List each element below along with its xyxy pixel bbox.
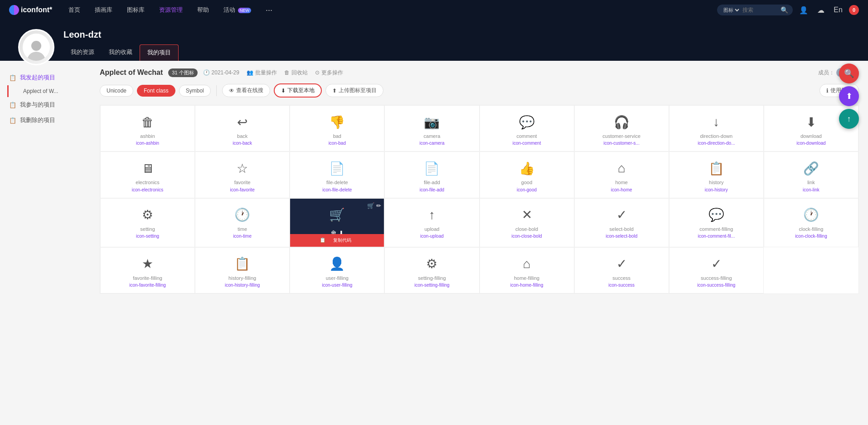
icon-name: file-add [424, 179, 440, 186]
icon-class: icon-close-bold [511, 234, 542, 239]
icon-cell-file-add[interactable]: 📄 file-add icon-file-add [384, 151, 479, 198]
icon-cell-time[interactable]: 🕐 time icon-time [195, 198, 290, 247]
icon-cell-ashbin[interactable]: 🗑 ashbin icon-ashbin [100, 105, 195, 151]
sidebar-my-projects[interactable]: 📋 我发起的项目 [0, 70, 91, 85]
logo-icon [9, 5, 19, 15]
icon-cell-customer-service[interactable]: 🎧 customer-service icon-customer-s... [574, 105, 669, 151]
cart-overlay-icon[interactable]: 🛒 [367, 202, 374, 209]
icon-class: icon-ashbin [136, 141, 159, 146]
icon-cell-camera[interactable]: 📷 camera icon-camera [384, 105, 479, 151]
icon-cell-history[interactable]: 📋 history icon-history [669, 151, 764, 198]
copy-code-overlay[interactable]: 📋 复制代码 [290, 234, 384, 247]
icon-cell-file-delete[interactable]: 📄 file-delete icon-file-delete [290, 151, 384, 198]
nav-activity[interactable]: 活动 NEW [221, 4, 254, 16]
nav-home[interactable]: 首页 [66, 4, 83, 16]
icon-cell-setting-filling[interactable]: ⚙ setting-filling icon-setting-filling [384, 247, 479, 293]
icon-name: direction-down [700, 133, 733, 140]
nav-more[interactable]: ··· [263, 4, 275, 17]
user-profile-icon[interactable]: 👤 [797, 4, 810, 16]
symbol-tab[interactable]: Symbol [179, 85, 211, 97]
tab-my-resources[interactable]: 我的资源 [63, 44, 102, 61]
icon-class: icon-back [233, 141, 252, 146]
recycle-btn[interactable]: 🗑 回收站 [284, 69, 308, 77]
icon-cell-shopping-cart[interactable]: 🛒 ✏ 🛒 🗑 ⬇ 📋 复制代码 [290, 198, 384, 247]
icon-cell-good[interactable]: 👍 good icon-good [480, 151, 574, 198]
recycle-icon: 🗑 [284, 69, 290, 76]
icon-cell-history-filling[interactable]: 📋 history-filling icon-history-filling [195, 247, 290, 293]
icon-cell-success-filling[interactable]: ✓ success-filling icon-success-filling [669, 247, 764, 293]
icon-class: icon-direction-do... [698, 141, 735, 146]
icon-count: 31 个图标 [168, 68, 197, 77]
icon-symbol: ☆ [235, 161, 250, 176]
icon-cell-home-filling[interactable]: ⌂ home-filling icon-home-filling [480, 247, 574, 293]
icon-symbol: 📄 [425, 161, 439, 176]
sidebar-project-applect[interactable]: Applect of W... [7, 85, 91, 97]
copy-code-btn[interactable]: 复制代码 [330, 236, 355, 245]
nav-icon-library[interactable]: 图标库 [124, 4, 147, 16]
icon-name: electronics [136, 179, 160, 186]
icon-cell-back[interactable]: ↩ back icon-back [195, 105, 290, 151]
cart-button[interactable]: 0 [849, 5, 859, 15]
nav-illustration[interactable]: 插画库 [92, 4, 115, 16]
search-box[interactable]: 图标 🔍 [717, 5, 793, 15]
icon-cell-home[interactable]: ⌂ home icon-home [574, 151, 669, 198]
project-title: Applect of Wechat [100, 68, 163, 77]
upload-to-project-btn[interactable]: ⬆ 上传图标至项目 [325, 84, 383, 97]
icon-class: icon-clock-filling [795, 234, 827, 239]
icon-cell-select-bold[interactable]: ✓ select-bold icon-select-bold [574, 198, 669, 247]
nav-resource-mgmt[interactable]: 资源管理 [156, 4, 185, 16]
info-icon: ℹ [826, 88, 829, 94]
icon-cell-close-bold[interactable]: ✕ close-bold icon-close-bold [480, 198, 574, 247]
icon-symbol: ★ [141, 257, 155, 271]
search-type-select[interactable]: 图标 [722, 7, 741, 13]
download-local-btn[interactable]: ⬇ 下载至本地 [274, 83, 322, 98]
icon-symbol: 💬 [709, 208, 723, 222]
tab-my-projects[interactable]: 我的项目 [140, 44, 179, 61]
icon-symbol: ⌂ [519, 257, 534, 271]
icon-cell-direction-down[interactable]: ↓ direction-down icon-direction-do... [669, 105, 764, 151]
batch-ops-btn[interactable]: 👥 批量操作 [247, 69, 277, 77]
icon-name: customer-service [602, 133, 640, 140]
icon-class: icon-upload [420, 234, 444, 239]
icon-symbol: ✓ [614, 208, 629, 222]
icon-name: time [238, 226, 247, 233]
fab-scroll-top[interactable]: ↑ [839, 109, 859, 129]
icon-cell-setting[interactable]: ⚙ setting icon-setting [100, 198, 195, 247]
upload-icon[interactable]: ☁ [815, 4, 827, 16]
batch-icon: 👥 [247, 69, 253, 76]
icon-cell-success[interactable]: ✓ success icon-success [574, 247, 669, 293]
icon-cell-user-filling[interactable]: 👤 user-filling icon-user-filling [290, 247, 384, 293]
icon-cell-favorite[interactable]: ☆ favorite icon-favorite [195, 151, 290, 198]
main-wrapper: 📋 我发起的项目 Applect of W... 📋 我参与的项目 📋 我删除的… [0, 61, 868, 422]
icon-cell-electronics[interactable]: 🖥 electronics icon-electronics [100, 151, 195, 198]
icon-cell-link[interactable]: 🔗 link icon-link [764, 151, 858, 198]
icon-cell-upload[interactable]: ↑ upload icon-upload [384, 198, 479, 247]
profile-info: Leon-dzt 我的资源 我的收藏 我的项目 [63, 29, 850, 61]
fab-search[interactable]: 🔍 [839, 64, 859, 83]
icon-cell-favorite-filling[interactable]: ★ favorite-filling icon-favorite-filling [100, 247, 195, 293]
icon-symbol: ⚙ [141, 208, 155, 222]
more-ops-btn[interactable]: ⊙ 更多操作 [315, 69, 343, 77]
unicode-tab[interactable]: Unicode [100, 85, 133, 97]
nav-right: 图标 🔍 👤 ☁ En 0 [717, 4, 859, 16]
fab-upload[interactable]: ⬆ [839, 86, 859, 106]
icon-cell-comment[interactable]: 💬 comment icon-comment [480, 105, 574, 151]
search-input[interactable] [742, 7, 779, 13]
view-online-btn[interactable]: 👁 查看在线搜 [222, 84, 270, 97]
font-class-tab[interactable]: Font class [137, 85, 175, 97]
tab-my-favorites[interactable]: 我的收藏 [102, 44, 140, 61]
sidebar-deleted[interactable]: 📋 我删除的项目 [0, 112, 91, 128]
folder-icon2: 📋 [9, 102, 16, 108]
icon-cell-bad[interactable]: 👎 bad icon-bad [290, 105, 384, 151]
search-icon[interactable]: 🔍 [781, 6, 788, 14]
logo[interactable]: iconfont* [9, 5, 52, 15]
sidebar-participated[interactable]: 📋 我参与的项目 [0, 97, 91, 112]
icon-cell-comment-filling[interactable]: 💬 comment-filling icon-comment-fil... [669, 198, 764, 247]
edit-overlay-icon[interactable]: ✏ [376, 202, 381, 209]
nav-help[interactable]: 帮助 [194, 4, 212, 16]
icon-cell-clock-filling[interactable]: 🕐 clock-filling icon-clock-filling [764, 198, 858, 247]
language-icon[interactable]: En [832, 4, 844, 16]
avatar-inner [23, 34, 50, 61]
icon-name: upload [424, 226, 439, 233]
icon-name: back [237, 133, 247, 140]
